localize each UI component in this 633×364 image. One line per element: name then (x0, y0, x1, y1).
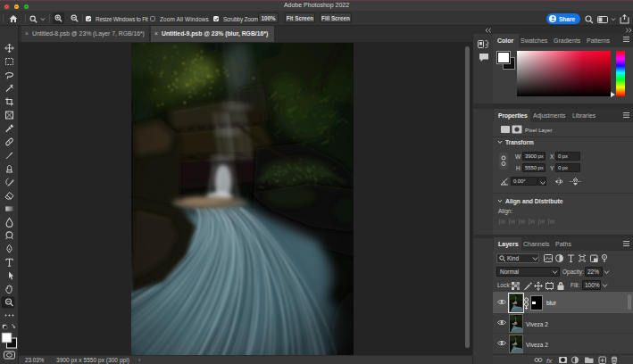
svg-text:fx: fx (546, 357, 553, 364)
